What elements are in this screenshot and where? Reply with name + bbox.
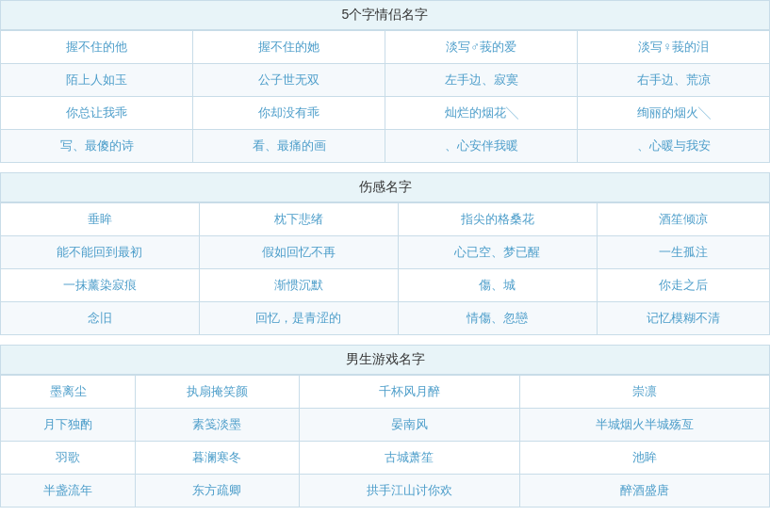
cell-s2-r0-c1[interactable]: 执扇掩笑颜 <box>136 376 300 409</box>
section1-title: 5个字情侣名字 <box>0 0 770 30</box>
cell-s0-r0-c3[interactable]: 淡写♀莪的泪 <box>578 31 770 64</box>
cell-s0-r1-c0[interactable]: 陌上人如玉 <box>1 64 193 97</box>
cell-s1-r1-c3[interactable]: 一生孤注 <box>597 236 769 269</box>
cell-s1-r0-c1[interactable]: 枕下悲绪 <box>199 203 398 236</box>
section-couple-names: 5个字情侣名字 握不住的他握不住的她淡写♂莪的爱淡写♀莪的泪陌上人如玉公子世无双… <box>0 0 770 163</box>
section2-table: 垂眸枕下悲绪指尖的格桑花酒笙倾凉能不能回到最初假如回忆不再心已空、梦已醒一生孤注… <box>0 202 770 335</box>
cell-s1-r3-c2[interactable]: 情傷、忽戀 <box>398 302 597 335</box>
section-sad-names: 伤感名字 垂眸枕下悲绪指尖的格桑花酒笙倾凉能不能回到最初假如回忆不再心已空、梦已… <box>0 172 770 335</box>
cell-s1-r0-c0[interactable]: 垂眸 <box>1 203 200 236</box>
cell-s0-r2-c1[interactable]: 你却没有乖 <box>193 97 385 130</box>
cell-s1-r2-c0[interactable]: 一抹薰染寂痕 <box>1 269 200 302</box>
cell-s0-r2-c0[interactable]: 你总让我乖 <box>1 97 193 130</box>
cell-s0-r0-c0[interactable]: 握不住的他 <box>1 31 193 64</box>
cell-s1-r3-c3[interactable]: 记忆模糊不清 <box>597 302 769 335</box>
cell-s2-r2-c1[interactable]: 暮澜寒冬 <box>136 442 300 475</box>
section-game-names: 男生游戏名字 墨离尘执扇掩笑颜千杯风月醉崇凛月下独酌素笺淡墨晏南风半城烟火半城殇… <box>0 345 770 508</box>
cell-s2-r3-c2[interactable]: 拱手江山讨你欢 <box>299 475 519 508</box>
cell-s2-r3-c0[interactable]: 半盏流年 <box>1 475 136 508</box>
cell-s2-r0-c3[interactable]: 崇凛 <box>520 376 770 409</box>
cell-s0-r0-c2[interactable]: 淡写♂莪的爱 <box>385 31 578 64</box>
cell-s1-r3-c1[interactable]: 回忆，是青涩的 <box>199 302 398 335</box>
cell-s1-r1-c1[interactable]: 假如回忆不再 <box>199 236 398 269</box>
cell-s2-r0-c2[interactable]: 千杯风月醉 <box>299 376 519 409</box>
page-container: 5个字情侣名字 握不住的他握不住的她淡写♂莪的爱淡写♀莪的泪陌上人如玉公子世无双… <box>0 0 770 508</box>
cell-s1-r3-c0[interactable]: 念旧 <box>1 302 200 335</box>
cell-s1-r2-c2[interactable]: 傷、城 <box>398 269 597 302</box>
cell-s1-r0-c2[interactable]: 指尖的格桑花 <box>398 203 597 236</box>
cell-s0-r0-c1[interactable]: 握不住的她 <box>193 31 385 64</box>
cell-s2-r1-c2[interactable]: 晏南风 <box>299 409 519 442</box>
section2-title: 伤感名字 <box>0 172 770 202</box>
section3-title: 男生游戏名字 <box>0 345 770 375</box>
cell-s0-r2-c2[interactable]: 灿烂的烟花╲ <box>385 97 578 130</box>
cell-s0-r1-c1[interactable]: 公子世无双 <box>193 64 385 97</box>
section1-table: 握不住的他握不住的她淡写♂莪的爱淡写♀莪的泪陌上人如玉公子世无双左手边、寂寞右手… <box>0 30 770 163</box>
cell-s2-r2-c3[interactable]: 池眸 <box>520 442 770 475</box>
cell-s0-r3-c3[interactable]: 、心暖与我安 <box>578 130 770 163</box>
cell-s0-r3-c0[interactable]: 写、最傻的诗 <box>1 130 193 163</box>
cell-s2-r2-c2[interactable]: 古城萧笙 <box>299 442 519 475</box>
section3-table: 墨离尘执扇掩笑颜千杯风月醉崇凛月下独酌素笺淡墨晏南风半城烟火半城殇亙羽歌暮澜寒冬… <box>0 375 770 508</box>
cell-s2-r1-c3[interactable]: 半城烟火半城殇亙 <box>520 409 770 442</box>
cell-s0-r2-c3[interactable]: 绚丽的烟火╲ <box>578 97 770 130</box>
cell-s2-r0-c0[interactable]: 墨离尘 <box>1 376 136 409</box>
cell-s2-r3-c3[interactable]: 醉酒盛唐 <box>520 475 770 508</box>
cell-s2-r2-c0[interactable]: 羽歌 <box>1 442 136 475</box>
cell-s1-r2-c1[interactable]: 渐惯沉默 <box>199 269 398 302</box>
cell-s2-r1-c1[interactable]: 素笺淡墨 <box>136 409 300 442</box>
cell-s1-r0-c3[interactable]: 酒笙倾凉 <box>597 203 769 236</box>
cell-s1-r1-c0[interactable]: 能不能回到最初 <box>1 236 200 269</box>
cell-s0-r1-c3[interactable]: 右手边、荒凉 <box>578 64 770 97</box>
cell-s0-r3-c1[interactable]: 看、最痛的画 <box>193 130 385 163</box>
cell-s2-r1-c0[interactable]: 月下独酌 <box>1 409 136 442</box>
cell-s2-r3-c1[interactable]: 东方疏卿 <box>136 475 300 508</box>
cell-s0-r3-c2[interactable]: 、心安伴我暖 <box>385 130 578 163</box>
cell-s1-r1-c2[interactable]: 心已空、梦已醒 <box>398 236 597 269</box>
cell-s1-r2-c3[interactable]: 你走之后 <box>597 269 769 302</box>
cell-s0-r1-c2[interactable]: 左手边、寂寞 <box>385 64 578 97</box>
